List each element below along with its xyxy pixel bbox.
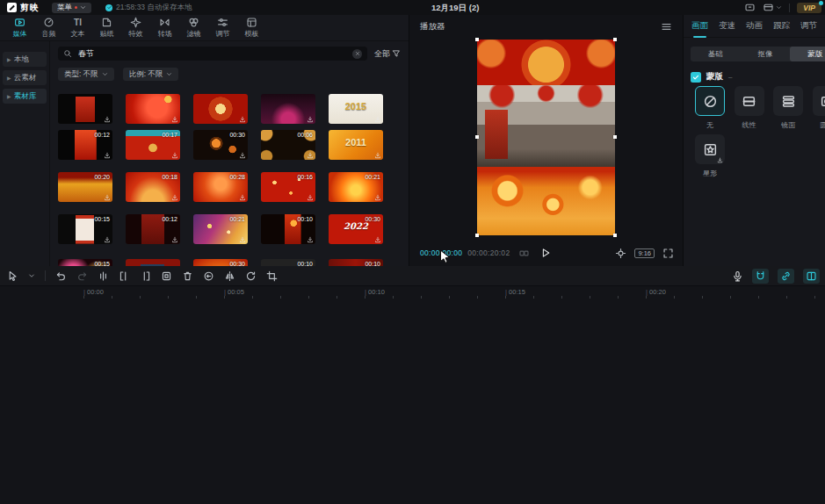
download-icon[interactable] (374, 236, 381, 243)
properties-subtab[interactable]: 蒙版 (790, 47, 825, 61)
material-thumbnail[interactable]: 00:10 (261, 259, 315, 266)
download-icon[interactable] (307, 236, 314, 243)
mask-option-box[interactable] (695, 86, 725, 116)
properties-subtab[interactable]: 抠像 (741, 47, 791, 61)
download-icon[interactable] (239, 152, 246, 159)
quality-icon[interactable] (518, 248, 530, 259)
sidebar-item[interactable]: ▶ 本地 (3, 52, 47, 67)
crop-tool[interactable] (266, 270, 278, 282)
window-mode-button[interactable] (763, 2, 782, 13)
mask-option-box[interactable] (695, 134, 725, 164)
material-thumbnail[interactable]: 00:12 (58, 130, 112, 160)
material-thumbnail[interactable]: 00:28 (193, 172, 248, 202)
material-thumbnail[interactable]: 00:16 (261, 172, 315, 202)
redo-tool[interactable] (76, 270, 88, 282)
properties-tab-跟踪[interactable]: 跟踪 (773, 20, 790, 32)
timeline-ruler[interactable]: 00:0000:0500:1000:1500:20 (77, 286, 825, 299)
chevron-down-tool[interactable] (28, 272, 35, 279)
mask-option-mask-linear[interactable]: 线性 (730, 86, 769, 130)
download-icon[interactable] (239, 236, 246, 243)
search-input[interactable] (76, 48, 348, 59)
download-icon[interactable] (307, 116, 314, 123)
material-thumbnail[interactable]: 00:15 (58, 214, 112, 244)
material-thumbnail[interactable]: 00:06 (261, 130, 315, 160)
download-icon[interactable] (239, 116, 246, 123)
properties-subtab[interactable]: 基础 (691, 47, 741, 61)
material-thumbnail[interactable]: 2011 (329, 130, 383, 160)
media-tab-text[interactable]: TI 文本 (63, 17, 92, 39)
properties-tab-调节[interactable]: 调节 (800, 20, 817, 32)
download-icon[interactable] (171, 236, 178, 243)
player-menu-icon[interactable] (661, 21, 672, 32)
material-thumbnail[interactable]: 00:30 (193, 259, 248, 266)
download-icon[interactable] (374, 194, 381, 201)
material-thumbnail[interactable] (126, 94, 180, 124)
snap-button[interactable] (752, 269, 769, 284)
download-icon[interactable] (104, 194, 111, 201)
video-preview[interactable] (477, 40, 615, 235)
reverse-tool[interactable] (203, 270, 214, 282)
sidebar-item[interactable]: ▶ 素材库 (3, 89, 47, 104)
mask-option-box[interactable] (773, 86, 803, 116)
undo-tool[interactable] (55, 270, 67, 282)
properties-tab-变速[interactable]: 变速 (719, 20, 735, 32)
play-button[interactable] (540, 248, 551, 258)
mask-reset-icon[interactable]: – (728, 73, 732, 81)
material-thumbnail[interactable]: 00:10 (329, 259, 383, 266)
material-thumbnail[interactable]: 00:20 (58, 172, 112, 202)
download-icon[interactable] (307, 152, 314, 159)
mic-button[interactable] (732, 270, 743, 282)
search-clear-button[interactable] (352, 49, 362, 59)
sidebar-item[interactable]: ▶ 云素材 (3, 70, 47, 85)
download-icon[interactable] (171, 116, 178, 123)
mirror-tool[interactable] (224, 270, 235, 282)
media-tab-audio[interactable]: 音频 (34, 17, 63, 39)
media-tab-transition[interactable]: 转场 (150, 17, 179, 39)
selection-handle[interactable] (475, 135, 479, 139)
mask-option-mask-none[interactable]: 无 (691, 86, 729, 130)
mask-option-mask-mirror[interactable]: 镜面 (769, 86, 807, 130)
properties-tab-画面[interactable]: 画面 (691, 20, 708, 32)
select-tool[interactable] (7, 270, 18, 282)
all-filter-button[interactable]: 全部 (374, 48, 401, 60)
mask-checkbox[interactable] (691, 72, 701, 83)
download-icon[interactable] (104, 236, 111, 243)
mask-option-mask-star[interactable]: 星形 (691, 134, 729, 178)
properties-tab-动画[interactable]: 动画 (746, 20, 763, 32)
download-icon[interactable] (104, 116, 111, 123)
material-thumbnail[interactable] (58, 94, 112, 124)
download-icon[interactable] (307, 194, 314, 201)
selection-handle[interactable] (475, 234, 479, 237)
media-tab-adjust[interactable]: 调节 (208, 17, 237, 39)
selection-handle[interactable] (613, 38, 617, 41)
material-thumbnail[interactable]: 00:21 (329, 172, 383, 202)
material-thumbnail[interactable]: 00:30 (193, 130, 248, 160)
split-tool[interactable] (98, 270, 109, 282)
material-thumbnail[interactable]: 2022 00:30 (329, 214, 383, 244)
selection-handle[interactable] (475, 38, 479, 41)
material-thumbnail[interactable]: 00:10 (261, 214, 315, 244)
material-thumbnail[interactable] (126, 259, 180, 266)
media-tab-filter[interactable]: 滤镜 (179, 17, 208, 39)
link-button[interactable] (778, 269, 794, 284)
trim-right-tool[interactable] (140, 270, 151, 282)
media-tab-sticker[interactable]: 贴纸 (92, 17, 121, 39)
media-tab-effects[interactable]: 特效 (121, 17, 150, 39)
material-thumbnail[interactable]: 00:17 (126, 130, 180, 160)
vip-badge[interactable]: VIP (797, 3, 821, 13)
download-icon[interactable] (171, 152, 178, 159)
material-thumbnail[interactable] (193, 94, 248, 124)
fullscreen-icon[interactable] (662, 248, 674, 259)
material-thumbnail[interactable]: 00:15 (58, 259, 112, 266)
mask-option-box[interactable] (813, 86, 825, 116)
material-thumbnail[interactable] (261, 94, 315, 124)
search-box[interactable] (58, 47, 367, 61)
menu-button[interactable]: 菜单 (52, 3, 91, 13)
material-thumbnail[interactable]: 00:12 (126, 214, 180, 244)
trim-left-tool[interactable] (119, 270, 130, 282)
download-icon[interactable] (171, 194, 178, 201)
material-thumbnail[interactable]: 00:18 (126, 172, 180, 202)
media-tab-template[interactable]: 模板 (237, 17, 266, 39)
mask-option-mask-circle[interactable]: 圆形 (808, 86, 825, 130)
selection-handle[interactable] (613, 234, 617, 237)
